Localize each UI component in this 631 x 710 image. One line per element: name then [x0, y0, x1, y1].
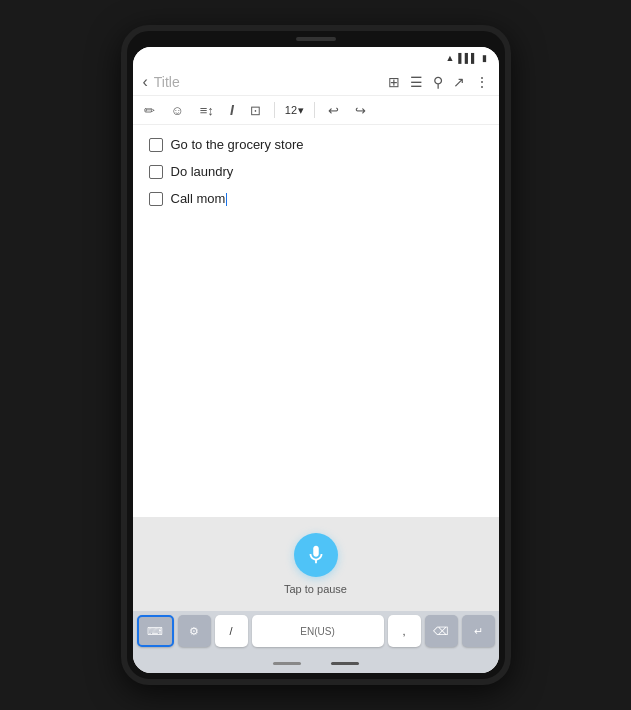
nav-bar	[133, 653, 499, 673]
font-size-value: 12	[285, 104, 297, 116]
font-size-arrow: ▾	[298, 104, 304, 117]
nav-back	[273, 662, 301, 665]
text-tool-icon[interactable]: I	[227, 100, 237, 120]
todo-text-2: Do laundry	[171, 164, 234, 179]
status-icons: ▲ ▌▌▌ ▮	[445, 53, 486, 63]
comma-key[interactable]: ,	[388, 615, 421, 647]
status-bar: ▲ ▌▌▌ ▮	[133, 47, 499, 69]
grid-view-icon[interactable]: ⊞	[388, 74, 400, 90]
voice-input-area: Tap to pause	[133, 517, 499, 611]
slash-key[interactable]: /	[215, 615, 248, 647]
share-icon[interactable]: ↗	[453, 74, 465, 90]
todo-text-3-content: Call mom	[171, 191, 226, 206]
toolbar: ✏ ☺ ≡↕ I ⊡ 12 ▾ ↩ ↪	[133, 96, 499, 125]
language-key[interactable]: EN(US)	[252, 615, 384, 647]
todo-item-3: Call mom	[149, 191, 483, 206]
keyboard-settings-key[interactable]: ⚙	[178, 615, 211, 647]
wifi-icon: ▲	[445, 53, 454, 63]
redo-button[interactable]: ↪	[352, 101, 369, 120]
enter-key[interactable]: ↵	[462, 615, 495, 647]
emoji-tool-icon[interactable]: ☺	[168, 101, 187, 120]
tablet: ▲ ▌▌▌ ▮ ‹ Title ⊞ ☰ ⚲ ↗ ⋮ ✏ ☺ ≡↕ I ⊡	[121, 25, 511, 685]
toolbar-separator	[274, 102, 275, 118]
undo-button[interactable]: ↩	[325, 101, 342, 120]
nav-home	[331, 662, 359, 665]
note-title[interactable]: Title	[154, 74, 388, 90]
keyboard-bottom-row: ⌨ ⚙ / EN(US) , ⌫ ↵	[137, 615, 495, 647]
battery-icon: ▮	[482, 53, 487, 63]
note-content[interactable]: Go to the grocery store Do laundry Call …	[133, 125, 499, 517]
todo-checkbox-3[interactable]	[149, 192, 163, 206]
app-header: ‹ Title ⊞ ☰ ⚲ ↗ ⋮	[133, 69, 499, 96]
text-cursor	[226, 193, 227, 206]
format-tool-icon[interactable]: ≡↕	[197, 101, 217, 120]
pen-tool-icon[interactable]: ✏	[141, 101, 158, 120]
tap-to-pause-label: Tap to pause	[284, 583, 347, 595]
todo-checkbox-2[interactable]	[149, 165, 163, 179]
table-tool-icon[interactable]: ⊡	[247, 101, 264, 120]
backspace-key[interactable]: ⌫	[425, 615, 458, 647]
list-view-icon[interactable]: ☰	[410, 74, 423, 90]
todo-text-1: Go to the grocery store	[171, 137, 304, 152]
todo-checkbox-1[interactable]	[149, 138, 163, 152]
todo-item-1: Go to the grocery store	[149, 137, 483, 152]
tablet-notch	[296, 37, 336, 41]
toolbar-separator-2	[314, 102, 315, 118]
todo-item-2: Do laundry	[149, 164, 483, 179]
keyboard[interactable]: ⌨ ⚙ / EN(US) , ⌫ ↵	[133, 611, 499, 653]
signal-icon: ▌▌▌	[458, 53, 477, 63]
todo-text-3: Call mom	[171, 191, 228, 206]
back-button[interactable]: ‹	[143, 73, 148, 91]
more-options-icon[interactable]: ⋮	[475, 74, 489, 90]
header-icons: ⊞ ☰ ⚲ ↗ ⋮	[388, 74, 489, 90]
font-size-button[interactable]: 12 ▾	[285, 104, 304, 117]
keyboard-layout-key[interactable]: ⌨	[137, 615, 174, 647]
mic-icon	[305, 544, 327, 566]
attachment-icon[interactable]: ⚲	[433, 74, 443, 90]
mic-button[interactable]	[294, 533, 338, 577]
screen: ▲ ▌▌▌ ▮ ‹ Title ⊞ ☰ ⚲ ↗ ⋮ ✏ ☺ ≡↕ I ⊡	[133, 47, 499, 673]
